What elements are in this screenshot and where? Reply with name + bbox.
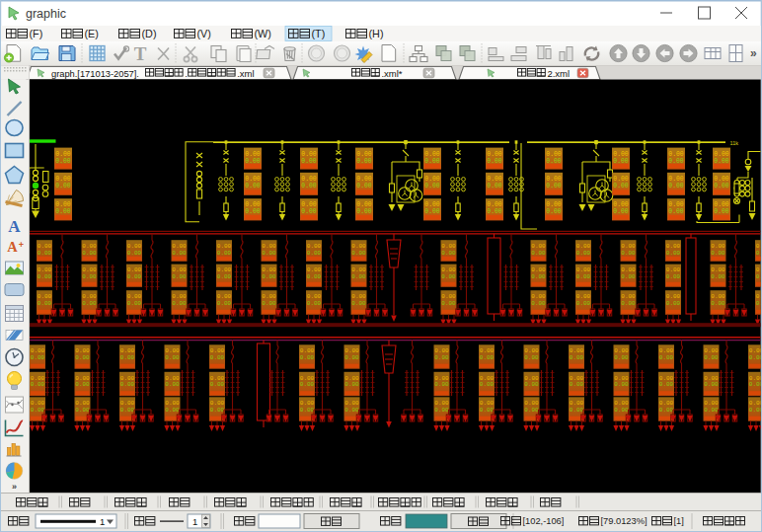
svg-text:1: 1 bbox=[192, 516, 197, 527]
svg-text:0.00: 0.00 bbox=[55, 183, 71, 190]
svg-text:0.00: 0.00 bbox=[424, 158, 440, 165]
svg-text:0.00: 0.00 bbox=[487, 208, 502, 215]
svg-text:0.00: 0.00 bbox=[714, 158, 729, 165]
svg-text:0.00: 0.00 bbox=[424, 201, 440, 208]
svg-text:0.00: 0.00 bbox=[659, 354, 674, 361]
svg-text:0.00: 0.00 bbox=[217, 250, 232, 257]
svg-text:0.00: 0.00 bbox=[749, 354, 762, 361]
svg-text:0.00: 0.00 bbox=[668, 176, 684, 183]
svg-text:0.00: 0.00 bbox=[576, 300, 591, 307]
svg-text:0.00: 0.00 bbox=[300, 381, 315, 388]
svg-text:0.00: 0.00 bbox=[351, 250, 366, 257]
svg-text:0.00: 0.00 bbox=[356, 151, 372, 158]
svg-text:0.00: 0.00 bbox=[307, 300, 322, 307]
svg-text:0.00: 0.00 bbox=[301, 183, 317, 190]
svg-text:0.00: 0.00 bbox=[245, 201, 261, 208]
svg-text:(E): (E) bbox=[85, 28, 99, 39]
svg-text:0.00: 0.00 bbox=[524, 407, 539, 414]
svg-text:0.00: 0.00 bbox=[524, 354, 539, 361]
svg-text:0.00: 0.00 bbox=[531, 273, 546, 280]
svg-text:0.00: 0.00 bbox=[172, 300, 187, 307]
svg-text:0.00: 0.00 bbox=[120, 354, 135, 361]
svg-text:0.00: 0.00 bbox=[668, 201, 684, 208]
svg-text:.xml: .xml bbox=[237, 68, 254, 79]
svg-text:0.00: 0.00 bbox=[301, 201, 317, 208]
svg-text:0.00: 0.00 bbox=[546, 208, 562, 215]
svg-text:0.00: 0.00 bbox=[570, 381, 584, 388]
svg-text:0.00: 0.00 bbox=[441, 250, 456, 257]
svg-text:0.00: 0.00 bbox=[546, 201, 562, 208]
svg-text:0.00: 0.00 bbox=[356, 208, 372, 215]
svg-text:0.00: 0.00 bbox=[424, 176, 440, 183]
svg-text:0.00: 0.00 bbox=[613, 183, 629, 190]
svg-text:0.00: 0.00 bbox=[711, 300, 725, 307]
svg-text:0.00: 0.00 bbox=[301, 176, 317, 183]
svg-text:0.00: 0.00 bbox=[424, 183, 440, 190]
svg-text:0.00: 0.00 bbox=[127, 300, 142, 307]
svg-text:0.00: 0.00 bbox=[666, 250, 681, 257]
svg-text:0.00: 0.00 bbox=[621, 300, 636, 307]
svg-text:0.00: 0.00 bbox=[487, 201, 502, 208]
svg-text:0.00: 0.00 bbox=[344, 407, 359, 414]
svg-text:0.00: 0.00 bbox=[570, 407, 584, 414]
svg-text:0.00: 0.00 bbox=[480, 407, 495, 414]
svg-text:0.00: 0.00 bbox=[714, 183, 729, 190]
svg-text:0.00: 0.00 bbox=[172, 250, 187, 257]
svg-text:0.00: 0.00 bbox=[55, 151, 71, 158]
svg-text:0.00: 0.00 bbox=[300, 354, 315, 361]
svg-text:0.00: 0.00 bbox=[704, 381, 719, 388]
svg-text:0.00: 0.00 bbox=[668, 183, 684, 190]
svg-text:0.00: 0.00 bbox=[217, 300, 232, 307]
svg-text:+: + bbox=[19, 240, 24, 250]
svg-text:0.00: 0.00 bbox=[714, 176, 729, 183]
svg-text:.: . bbox=[185, 68, 188, 79]
svg-text:T: T bbox=[134, 43, 147, 64]
svg-text:0.00: 0.00 bbox=[613, 208, 629, 215]
svg-text:0.00: 0.00 bbox=[714, 201, 729, 208]
svg-text:0.00: 0.00 bbox=[487, 176, 502, 183]
svg-text:0.00: 0.00 bbox=[487, 151, 502, 158]
svg-text:0.00: 0.00 bbox=[245, 151, 261, 158]
svg-text:0.00: 0.00 bbox=[217, 273, 232, 280]
svg-text:0.00: 0.00 bbox=[613, 151, 629, 158]
svg-text:[1]: [1] bbox=[674, 516, 684, 526]
svg-text:0.00: 0.00 bbox=[344, 381, 359, 388]
svg-text:(T): (T) bbox=[312, 28, 326, 39]
svg-text:0.00: 0.00 bbox=[210, 354, 225, 361]
svg-text:0.00: 0.00 bbox=[613, 201, 629, 208]
svg-text:0.00: 0.00 bbox=[38, 250, 52, 257]
svg-text:(W): (W) bbox=[255, 28, 271, 39]
svg-text:0.00: 0.00 bbox=[301, 151, 317, 158]
svg-text:0.00: 0.00 bbox=[38, 273, 52, 280]
svg-text:graphic: graphic bbox=[26, 7, 66, 21]
svg-text:0.00: 0.00 bbox=[75, 354, 90, 361]
svg-text:0.00: 0.00 bbox=[82, 273, 97, 280]
svg-text:0.00: 0.00 bbox=[245, 183, 261, 190]
svg-text:0.00: 0.00 bbox=[172, 273, 187, 280]
svg-text:0.00: 0.00 bbox=[668, 151, 684, 158]
svg-text:A: A bbox=[7, 239, 18, 255]
svg-text:0.00: 0.00 bbox=[245, 158, 261, 165]
svg-text:0.00: 0.00 bbox=[434, 354, 449, 361]
svg-text:0.00: 0.00 bbox=[704, 407, 719, 414]
svg-text:0.00: 0.00 bbox=[614, 407, 629, 414]
svg-text:0.00: 0.00 bbox=[614, 381, 629, 388]
svg-text:0.00: 0.00 bbox=[301, 158, 317, 165]
svg-text:0.00: 0.00 bbox=[300, 407, 315, 414]
svg-text:0.00: 0.00 bbox=[480, 354, 495, 361]
svg-text:(D): (D) bbox=[142, 28, 157, 39]
svg-text:0.00: 0.00 bbox=[165, 381, 180, 388]
svg-text:0.00: 0.00 bbox=[356, 183, 372, 190]
svg-text:0.00: 0.00 bbox=[344, 354, 359, 361]
svg-text:[102,-106]: [102,-106] bbox=[523, 516, 565, 526]
svg-text:0.00: 0.00 bbox=[524, 381, 539, 388]
svg-text:0.00: 0.00 bbox=[120, 381, 135, 388]
svg-text:0.00: 0.00 bbox=[531, 300, 546, 307]
svg-text:graph.[171013-2057].: graph.[171013-2057]. bbox=[51, 69, 139, 79]
svg-text:0.00: 0.00 bbox=[621, 250, 636, 257]
svg-text:0.00: 0.00 bbox=[31, 407, 45, 414]
svg-text:0.00: 0.00 bbox=[714, 208, 729, 215]
svg-text:0.00: 0.00 bbox=[55, 201, 71, 208]
svg-text:0.00: 0.00 bbox=[82, 300, 97, 307]
svg-text:1: 1 bbox=[100, 516, 105, 527]
